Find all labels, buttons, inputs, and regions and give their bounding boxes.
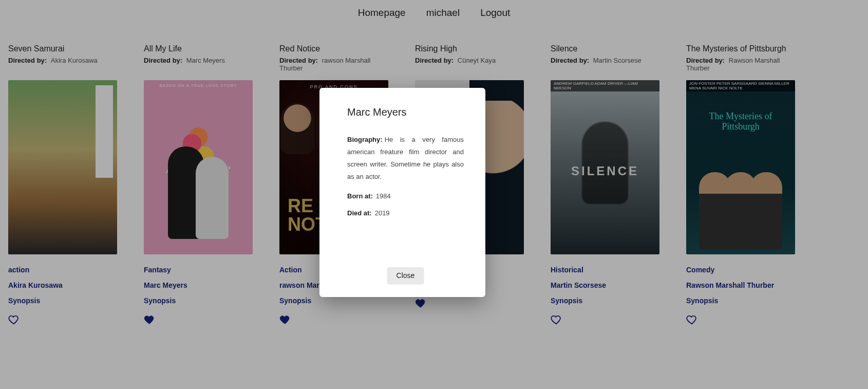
bio-label: Biography: [347, 136, 383, 143]
director-modal: Marc Meyers Biography:He is a very famou… [319, 88, 485, 297]
born-label: Born at: [347, 192, 373, 200]
close-button[interactable]: Close [387, 267, 424, 284]
modal-died-row: Died at:2019 [347, 209, 464, 217]
died-label: Died at: [347, 209, 372, 217]
modal-title: Marc Meyers [347, 106, 464, 118]
died-value: 2019 [375, 209, 390, 217]
born-value: 1984 [376, 192, 391, 200]
modal-biography: Biography:He is a very famous american f… [347, 134, 464, 183]
modal-born-row: Born at:1984 [347, 192, 464, 200]
